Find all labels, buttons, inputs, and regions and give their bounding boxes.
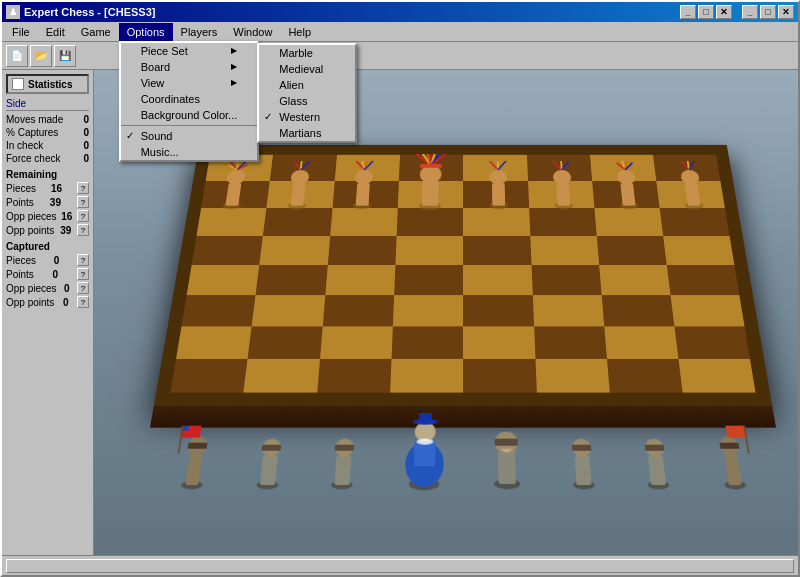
menu-bar: File Edit Game Options Piece Set Marble … bbox=[2, 22, 798, 42]
board-cell-4-1[interactable] bbox=[256, 265, 328, 295]
piece-set-marble[interactable]: Marble bbox=[259, 45, 355, 61]
menu-options-view[interactable]: View bbox=[121, 75, 258, 91]
menu-options-bg-color[interactable]: Background Color... bbox=[121, 107, 258, 123]
doc-maximize-button[interactable]: □ bbox=[760, 5, 776, 19]
board-cell-6-4[interactable] bbox=[464, 327, 536, 360]
svg-rect-33 bbox=[493, 183, 506, 206]
maximize-button[interactable]: □ bbox=[698, 5, 714, 19]
svg-rect-90 bbox=[646, 445, 666, 451]
piece-set-alien[interactable]: Alien bbox=[259, 77, 355, 93]
minimize-button[interactable]: _ bbox=[680, 5, 696, 19]
board-cell-3-1[interactable] bbox=[260, 236, 330, 265]
menu-options-container: Options Piece Set Marble Medieval Alie bbox=[119, 23, 173, 41]
board-cell-5-3[interactable] bbox=[393, 296, 463, 327]
stat-cap-pieces: Pieces 0 ? bbox=[6, 253, 89, 267]
menu-options-sound[interactable]: ✓ Sound bbox=[121, 128, 258, 144]
svg-rect-86 bbox=[572, 445, 591, 451]
open-button[interactable]: 📂 bbox=[30, 45, 52, 67]
board-cell-6-3[interactable] bbox=[392, 327, 464, 360]
menu-item-file[interactable]: File bbox=[4, 23, 38, 41]
stats-checkbox[interactable] bbox=[12, 78, 24, 90]
board-cell-5-1[interactable] bbox=[252, 296, 325, 327]
sidebar: Statistics Side Moves made 0 % Captures … bbox=[2, 70, 94, 555]
svg-rect-45 bbox=[621, 183, 636, 206]
cap-opp-points-help-button[interactable]: ? bbox=[77, 296, 89, 308]
close-button[interactable]: ✕ bbox=[716, 5, 732, 19]
window-title: Expert Chess - [CHESS3] bbox=[24, 6, 155, 18]
doc-close-button[interactable]: ✕ bbox=[778, 5, 794, 19]
menu-item-game[interactable]: Game bbox=[73, 23, 119, 41]
piece-set-submenu: Marble Medieval Alien Glass ✓ bbox=[257, 43, 357, 143]
menu-options-music[interactable]: Music... bbox=[121, 144, 258, 160]
board-cell-4-0[interactable] bbox=[187, 265, 260, 295]
menu-item-options[interactable]: Options bbox=[119, 23, 173, 41]
piece-western-general bbox=[485, 413, 529, 493]
cap-opp-pieces-help-button[interactable]: ? bbox=[77, 282, 89, 294]
board-cell-4-6[interactable] bbox=[599, 265, 671, 295]
board-cell-3-2[interactable] bbox=[328, 236, 397, 265]
save-button[interactable]: 💾 bbox=[54, 45, 76, 67]
svg-line-63 bbox=[178, 426, 182, 454]
board-cell-5-4[interactable] bbox=[464, 296, 534, 327]
piece-set-martians[interactable]: Martians bbox=[259, 125, 355, 141]
board-cell-6-1[interactable] bbox=[248, 327, 323, 360]
svg-point-23 bbox=[420, 166, 442, 184]
menu-options-board[interactable]: Board bbox=[121, 59, 258, 75]
menu-item-edit[interactable]: Edit bbox=[38, 23, 73, 41]
piece-set-medieval[interactable]: Medieval bbox=[259, 61, 355, 77]
opp-points-help-button[interactable]: ? bbox=[77, 224, 89, 236]
menu-item-help[interactable]: Help bbox=[280, 23, 319, 41]
board-cell-5-0[interactable] bbox=[182, 296, 256, 327]
board-cell-5-7[interactable] bbox=[671, 296, 745, 327]
status-bar bbox=[2, 555, 798, 575]
board-cell-6-2[interactable] bbox=[320, 327, 393, 360]
western-checkmark: ✓ bbox=[264, 111, 272, 122]
piece-set-western[interactable]: ✓ Western bbox=[259, 109, 355, 125]
board-cell-4-7[interactable] bbox=[667, 265, 740, 295]
cap-points-help-button[interactable]: ? bbox=[77, 268, 89, 280]
board-cell-6-5[interactable] bbox=[534, 327, 607, 360]
new-button[interactable]: 📄 bbox=[6, 45, 28, 67]
stat-force-check: Force check 0 bbox=[6, 152, 89, 165]
board-cell-3-5[interactable] bbox=[530, 236, 599, 265]
captured-section: Captured Pieces 0 ? Points 0 ? Opp piece… bbox=[6, 237, 89, 309]
menu-options-piece-set[interactable]: Piece Set Marble Medieval Alien bbox=[121, 43, 258, 59]
piece-native-4 bbox=[481, 161, 517, 213]
stat-captures: % Captures 0 bbox=[6, 126, 89, 139]
menu-options-coordinates[interactable]: Coordinates bbox=[121, 91, 258, 107]
piece-set-glass[interactable]: Glass bbox=[259, 93, 355, 109]
menu-item-players[interactable]: Players bbox=[173, 23, 226, 41]
svg-rect-58 bbox=[185, 454, 202, 485]
board-cell-6-7[interactable] bbox=[675, 327, 751, 360]
board-cell-5-5[interactable] bbox=[533, 296, 605, 327]
cap-pieces-help-button[interactable]: ? bbox=[77, 254, 89, 266]
svg-line-96 bbox=[744, 426, 748, 454]
title-bar-left: ♟ Expert Chess - [CHESS3] bbox=[6, 5, 155, 19]
board-cell-3-4[interactable] bbox=[464, 236, 532, 265]
pieces-help-button[interactable]: ? bbox=[77, 182, 89, 194]
points-help-button[interactable]: ? bbox=[77, 196, 89, 208]
svg-rect-82 bbox=[495, 439, 518, 446]
svg-rect-84 bbox=[575, 456, 592, 485]
opp-pieces-help-button[interactable]: ? bbox=[77, 210, 89, 222]
board-cell-3-0[interactable] bbox=[192, 236, 264, 265]
board-cell-4-2[interactable] bbox=[325, 265, 395, 295]
board-cell-5-2[interactable] bbox=[323, 296, 395, 327]
board-cell-3-7[interactable] bbox=[664, 236, 736, 265]
options-dropdown: Piece Set Marble Medieval Alien bbox=[119, 41, 260, 162]
stat-in-check: In check 0 bbox=[6, 139, 89, 152]
menu-item-window[interactable]: Window bbox=[225, 23, 280, 41]
board-cell-4-3[interactable] bbox=[394, 265, 463, 295]
piece-western-soldier-4 bbox=[634, 421, 680, 493]
doc-minimize-button[interactable]: _ bbox=[742, 5, 758, 19]
board-cell-6-0[interactable] bbox=[176, 327, 252, 360]
svg-rect-65 bbox=[260, 456, 278, 485]
board-cell-5-6[interactable] bbox=[602, 296, 675, 327]
board-cell-4-4[interactable] bbox=[464, 265, 533, 295]
board-cell-6-6[interactable] bbox=[605, 327, 680, 360]
board-cell-4-5[interactable] bbox=[531, 265, 601, 295]
title-bar: ♟ Expert Chess - [CHESS3] _ □ ✕ _ □ ✕ bbox=[2, 2, 798, 22]
svg-point-46 bbox=[617, 170, 637, 185]
board-cell-3-3[interactable] bbox=[396, 236, 464, 265]
board-cell-3-6[interactable] bbox=[597, 236, 667, 265]
